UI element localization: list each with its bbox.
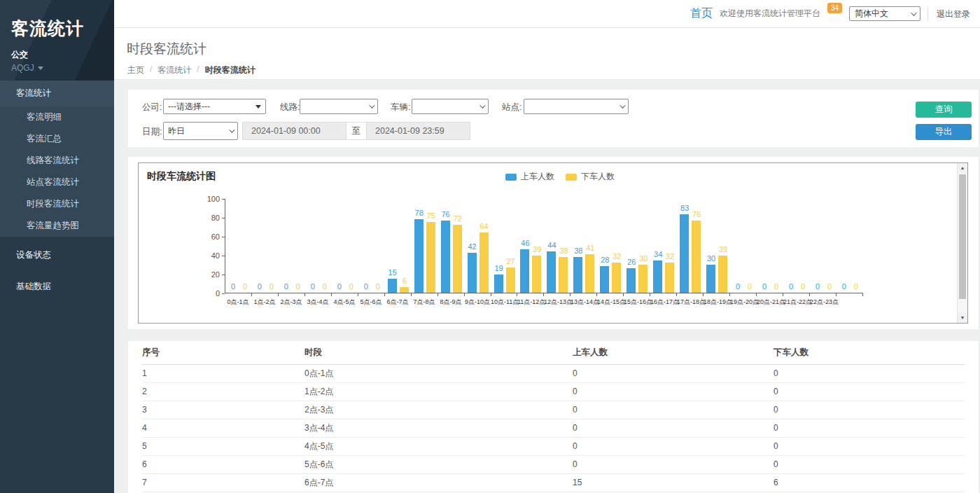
- bar[interactable]: [626, 268, 636, 293]
- bar[interactable]: [559, 257, 568, 293]
- table-cell: 0: [774, 364, 965, 382]
- scroll-up-icon[interactable]: ▲: [958, 163, 967, 173]
- sidebar-menu-section: 基础数据: [0, 274, 114, 300]
- bar-column: 0: [267, 199, 276, 293]
- x-axis-label: 22点-23点: [810, 298, 836, 307]
- chart-panel: 时段车流统计图 上车人数下车人数 02040608010000000000000…: [128, 157, 979, 329]
- sidebar-parent-item[interactable]: 设备状态: [0, 242, 114, 268]
- vertical-scrollbar[interactable]: ▲ ▼: [957, 163, 967, 323]
- bar[interactable]: [520, 249, 529, 293]
- date-from-input[interactable]: 2024-01-09 00:00: [242, 122, 346, 140]
- bar-group: 00: [836, 199, 863, 293]
- chevron-down-icon: [479, 102, 485, 108]
- sidebar-parent-item[interactable]: 客流统计: [0, 81, 114, 106]
- scrollbar-thumb[interactable]: [959, 174, 966, 299]
- sidebar: 客流统计 公交 AQGJ 客流统计客流明细客流汇总线路客流统计站点客流统计时段客…: [0, 0, 114, 493]
- x-axis-label: 16点-17点: [650, 298, 677, 307]
- bar[interactable]: [468, 253, 477, 293]
- sidebar-sub-item[interactable]: 客流汇总: [0, 128, 114, 150]
- bar[interactable]: [453, 225, 462, 293]
- bar-group: 00: [225, 199, 252, 293]
- date-to-input[interactable]: 2024-01-09 23:59: [366, 122, 470, 140]
- bar[interactable]: [653, 261, 662, 293]
- line-label: 线路:: [280, 102, 300, 113]
- x-axis-label: 3点-4点: [304, 298, 331, 307]
- bar[interactable]: [706, 265, 715, 293]
- query-button[interactable]: 查询: [916, 102, 972, 118]
- bar[interactable]: [414, 219, 424, 293]
- bar[interactable]: [547, 251, 556, 293]
- home-link[interactable]: 首页: [690, 6, 713, 21]
- table-header-cell: 序号: [142, 341, 304, 364]
- company-label: 公司:: [142, 102, 162, 113]
- bar-group: 00: [279, 199, 305, 293]
- bar-column: 0: [308, 199, 317, 293]
- scroll-down-icon[interactable]: ▼: [958, 313, 967, 323]
- language-select[interactable]: 简体中文: [849, 6, 920, 21]
- bar[interactable]: [612, 263, 621, 293]
- bar[interactable]: [426, 222, 435, 293]
- notification-badge[interactable]: 34: [827, 3, 842, 13]
- sidebar-sub-item[interactable]: 时段客流统计: [0, 193, 114, 215]
- table-cell: 0: [774, 382, 965, 401]
- date-preset-select[interactable]: 昨日: [163, 122, 238, 140]
- bar-column: 41: [585, 199, 594, 293]
- station-select[interactable]: [524, 99, 629, 114]
- breadcrumb-item[interactable]: 主页: [127, 64, 144, 76]
- x-axis-label: 21点-22点: [783, 298, 810, 307]
- company-select-value: ---请选择---: [168, 101, 210, 113]
- bar-column: 0: [825, 199, 834, 293]
- date-preset-value: 昨日: [168, 125, 185, 137]
- bar[interactable]: [600, 266, 609, 293]
- breadcrumb-item: 时段客流统计: [205, 64, 255, 76]
- sidebar-sub-item[interactable]: 站点客流统计: [0, 172, 114, 193]
- bar-column: 32: [612, 199, 621, 293]
- sidebar-sub-item[interactable]: 客流量趋势图: [0, 215, 114, 237]
- chevron-down-icon: [369, 102, 374, 108]
- logout-link[interactable]: 退出登录: [927, 8, 970, 20]
- bar[interactable]: [506, 268, 515, 293]
- export-button[interactable]: 导出: [916, 124, 972, 140]
- bar-column: 0: [361, 199, 370, 293]
- sidebar-sub-item[interactable]: 客流明细: [0, 106, 114, 128]
- sidebar-parent-item[interactable]: 基础数据: [0, 274, 114, 300]
- breadcrumb-separator: /: [197, 64, 199, 76]
- y-axis-label: 60: [199, 232, 220, 241]
- table-row: 32点-3点00: [142, 401, 965, 419]
- x-axis-label: 9点-10点: [464, 298, 491, 307]
- bar[interactable]: [479, 232, 489, 293]
- breadcrumb-item[interactable]: 客流统计: [158, 64, 191, 76]
- bar-chart: 0204060801000000000000001567875767242641…: [139, 163, 957, 323]
- breadcrumb-separator: /: [150, 64, 152, 76]
- chart-container: 时段车流统计图 上车人数下车人数 02040608010000000000000…: [138, 162, 968, 324]
- bar-column: 0: [839, 199, 848, 293]
- bar[interactable]: [680, 214, 689, 293]
- bar[interactable]: [494, 275, 503, 293]
- line-select[interactable]: [300, 99, 378, 114]
- table-cell: 7: [142, 473, 304, 492]
- bar-column: 0: [320, 199, 329, 293]
- table-cell: 0: [774, 455, 965, 473]
- table-cell: 3点-4点: [304, 419, 573, 437]
- chevron-down-icon: [229, 127, 234, 132]
- company-select[interactable]: ---请选择---: [163, 99, 266, 114]
- topbar: 首页 欢迎使用客流统计管理平台 34 简体中文 退出登录: [114, 0, 980, 28]
- x-axis-label: 17点-18点: [677, 298, 704, 307]
- sidebar-sub-item[interactable]: 线路客流统计: [0, 150, 114, 172]
- bar[interactable]: [441, 221, 450, 293]
- chevron-down-icon: [620, 102, 625, 108]
- bar[interactable]: [573, 257, 582, 293]
- bar[interactable]: [638, 265, 648, 293]
- x-axis-label: 10点-11点: [491, 298, 517, 307]
- table-header-cell: 上车人数: [573, 341, 774, 364]
- bar-column: 26: [626, 199, 636, 293]
- bar[interactable]: [532, 256, 541, 293]
- bar[interactable]: [400, 287, 409, 293]
- bar-column: 28: [600, 199, 609, 293]
- x-axis-label: 1点-2点: [251, 298, 278, 307]
- bar[interactable]: [665, 263, 674, 293]
- org-code-dropdown[interactable]: AQGJ: [11, 63, 114, 73]
- bar-column: 0: [745, 199, 754, 293]
- table-row: 21点-2点00: [142, 382, 965, 401]
- vehicle-select[interactable]: [412, 99, 489, 114]
